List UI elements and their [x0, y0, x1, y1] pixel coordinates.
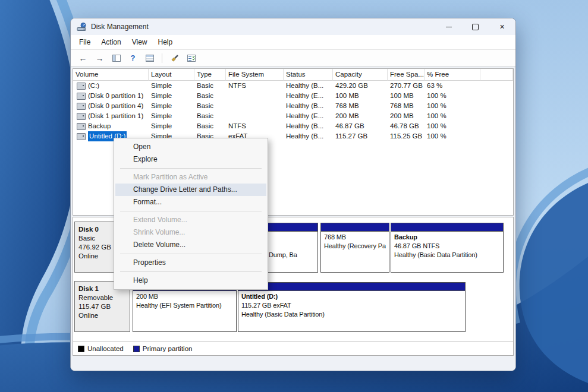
cell-volume: (C:): [73, 81, 149, 91]
cell-pct-free: 100 %: [425, 131, 480, 141]
help-button[interactable]: ?: [125, 52, 140, 64]
disk-management-window: Disk Management × File Action View Help …: [70, 18, 516, 371]
context-menu-properties[interactable]: Properties: [115, 257, 266, 269]
cell-file-system: [226, 91, 284, 101]
back-icon: ←: [79, 54, 87, 62]
partition-untitled-d-size: 115.27 GB exFAT: [241, 301, 462, 310]
volume-row-disk1-p1[interactable]: (Disk 1 partition 1) Simple Basic Health…: [73, 111, 513, 121]
cell-file-system: NTFS: [226, 121, 284, 131]
cell-status: Healthy (B...: [284, 131, 333, 141]
properties-button[interactable]: [167, 52, 182, 64]
context-menu-separator: [120, 254, 262, 254]
cell-free-space: 200 MB: [388, 111, 425, 121]
partition-backup-size: 46.87 GB NTFS: [394, 242, 500, 251]
console-tree-icon: [112, 53, 121, 63]
partition-backup[interactable]: Backup 46.87 GB NTFS Healthy (Basic Data…: [391, 223, 504, 273]
cell-pct-free: 63 %: [425, 81, 480, 91]
cell-filler: [480, 81, 513, 91]
partition-recovery[interactable]: 768 MB Healthy (Recovery Partition): [320, 223, 389, 273]
maximize-button[interactable]: [462, 18, 489, 35]
legend-primary-partition: Primary partition: [133, 345, 193, 352]
cell-status: Healthy (B...: [284, 81, 333, 91]
window-controls: ×: [435, 18, 515, 35]
volume-row-backup[interactable]: Backup Simple Basic NTFS Healthy (B... 4…: [73, 121, 513, 131]
cell-file-system: [226, 101, 284, 111]
column-pct-free[interactable]: % Free: [425, 69, 480, 81]
console-tree-button[interactable]: [109, 52, 124, 64]
cell-type: Basic: [194, 111, 226, 121]
cell-pct-free: 100 %: [425, 111, 480, 121]
cell-type: Basic: [194, 101, 226, 111]
menu-action[interactable]: Action: [96, 36, 126, 48]
forward-button[interactable]: →: [92, 52, 107, 64]
action-pane-button[interactable]: [142, 52, 157, 64]
back-button[interactable]: ←: [76, 52, 90, 64]
cell-volume: (Disk 1 partition 1): [73, 111, 149, 121]
cell-filler: [480, 121, 513, 131]
partition-untitled-d-colorbar: [238, 283, 465, 291]
context-menu-explore[interactable]: Explore: [115, 153, 266, 166]
close-button[interactable]: ×: [489, 18, 515, 35]
column-type[interactable]: Type: [194, 69, 226, 81]
cell-capacity: 115.27 GB: [333, 131, 388, 141]
context-menu-help[interactable]: Help: [115, 274, 266, 287]
menubar: File Action View Help: [71, 35, 515, 49]
legend-unallocated-label: Unallocated: [87, 345, 124, 352]
cell-status: Healthy (B...: [284, 121, 333, 131]
column-file-system[interactable]: File System: [226, 69, 284, 81]
cell-status: Healthy (E...: [284, 111, 333, 121]
titlebar[interactable]: Disk Management ×: [71, 18, 515, 35]
context-menu-mark-partition-active: Mark Partition as Active: [115, 171, 266, 184]
cell-filler: [480, 111, 513, 121]
volume-row-disk0-p1[interactable]: (Disk 0 partition 1) Simple Basic Health…: [73, 91, 513, 101]
desktop: Disk Management × File Action View Help …: [0, 0, 588, 392]
partition-efi-status: Healthy (EFI System Partition): [136, 301, 233, 310]
cell-status: Healthy (B...: [284, 101, 333, 111]
cell-filler: [480, 91, 513, 101]
partition-backup-colorbar: [391, 223, 503, 232]
cell-pct-free: 100 %: [425, 91, 480, 101]
context-menu-format[interactable]: Format...: [115, 196, 266, 208]
menu-help[interactable]: Help: [153, 36, 178, 48]
checklist-icon: [187, 53, 196, 63]
volume-row-disk0-p4[interactable]: (Disk 0 partition 4) Simple Basic Health…: [73, 101, 513, 111]
volume-row-c[interactable]: (C:) Simple Basic NTFS Healthy (B... 429…: [73, 81, 513, 91]
cell-layout: Simple: [149, 111, 194, 121]
cell-capacity: 429.20 GB: [333, 81, 388, 91]
cell-status: Healthy (E...: [284, 91, 333, 101]
partition-untitled-d[interactable]: Untitled (D:) 115.27 GB exFAT Healthy (B…: [238, 282, 466, 332]
help-icon: ?: [131, 54, 136, 62]
cell-free-space: 270.77 GB: [388, 81, 425, 91]
volume-icon: [77, 103, 86, 110]
cell-layout: Simple: [149, 81, 194, 91]
column-layout[interactable]: Layout: [149, 69, 194, 81]
minimize-button[interactable]: [435, 18, 462, 35]
partition-backup-status: Healthy (Basic Data Partition): [394, 251, 500, 260]
disk1-size: 115.47 GB: [78, 302, 126, 311]
action-pane-icon: [145, 53, 155, 63]
column-volume[interactable]: Volume: [73, 69, 149, 81]
cell-capacity: 46.87 GB: [333, 121, 388, 131]
volume-icon: [77, 83, 86, 90]
cell-type: Basic: [194, 121, 226, 131]
column-filler: [480, 69, 513, 81]
context-menu-delete-volume[interactable]: Delete Volume...: [115, 239, 266, 251]
menu-view[interactable]: View: [127, 36, 153, 48]
menu-file[interactable]: File: [74, 36, 96, 48]
cell-free-space: 46.78 GB: [388, 121, 425, 131]
maximize-icon: [472, 24, 479, 30]
cell-pct-free: 100 %: [425, 121, 480, 131]
details-button[interactable]: [184, 52, 199, 64]
column-capacity[interactable]: Capacity: [333, 69, 388, 81]
context-menu-change-drive-letter[interactable]: Change Drive Letter and Paths...: [115, 184, 266, 196]
context-menu-open[interactable]: Open: [115, 141, 266, 153]
partition-efi-size: 200 MB: [136, 292, 233, 301]
partition-untitled-d-name: Untitled (D:): [241, 292, 462, 301]
context-menu-extend-volume: Extend Volume...: [115, 214, 266, 226]
disk1-status: Online: [78, 311, 126, 320]
legend: Unallocated Primary partition: [73, 342, 513, 355]
column-status[interactable]: Status: [284, 69, 333, 81]
volume-list-header: Volume Layout Type File System Status Ca…: [73, 69, 513, 81]
column-free-space[interactable]: Free Spa...: [388, 69, 425, 81]
volume-icon: [77, 133, 86, 140]
